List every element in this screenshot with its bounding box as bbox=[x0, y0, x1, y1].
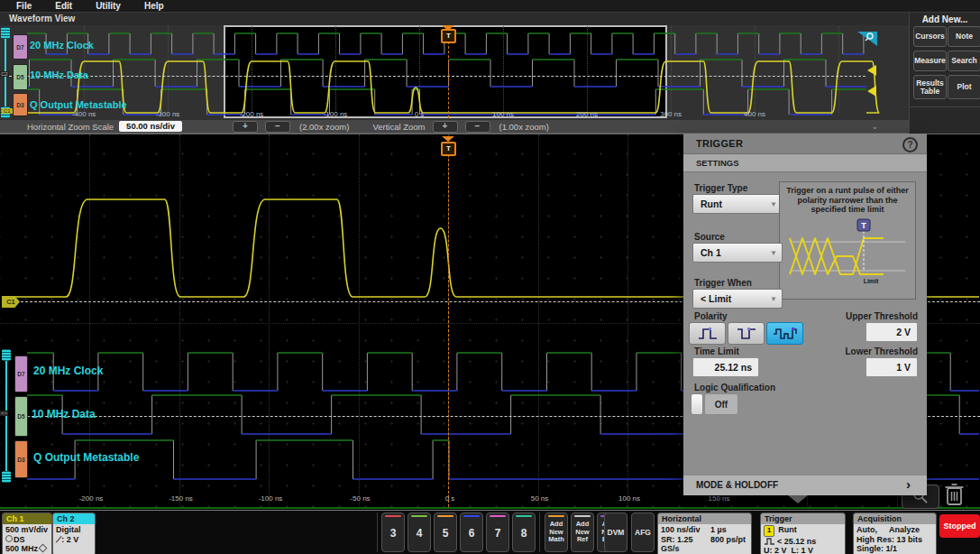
either-runt-icon bbox=[773, 327, 798, 341]
main-d3-badge[interactable]: D3 bbox=[14, 440, 28, 478]
upper-threshold-arrow-icon[interactable] bbox=[867, 65, 876, 76]
trigger-title: Trigger bbox=[761, 513, 845, 524]
source-dropdown[interactable]: Ch 1▼ bbox=[692, 243, 783, 263]
lower-threshold-value[interactable]: 1 V bbox=[866, 357, 918, 377]
overview-c1-marker[interactable]: C1 bbox=[2, 108, 13, 114]
trigger-type-status: Runt bbox=[778, 525, 797, 534]
trigger-panel-header[interactable]: TRIGGER ? bbox=[683, 134, 927, 154]
lower-threshold-arrow-icon[interactable] bbox=[867, 86, 876, 97]
vzoom-plus-button[interactable]: + bbox=[433, 121, 458, 133]
ch1-badge-title: Ch 1 bbox=[3, 513, 51, 524]
hzoom-minus-button[interactable]: − bbox=[265, 121, 290, 133]
add-cursors-button[interactable]: Cursors bbox=[913, 26, 947, 47]
axis-tick-label: 100 ns bbox=[485, 110, 521, 118]
time-limit-value[interactable]: 25.12 ns bbox=[692, 357, 759, 377]
svg-text:Limit: Limit bbox=[864, 278, 879, 284]
hzoom-scale-value[interactable]: 50.00 ns/div bbox=[119, 121, 182, 132]
menu-edit[interactable]: Edit bbox=[55, 1, 72, 11]
trigger-type-dropdown[interactable]: Runt▼ bbox=[692, 194, 783, 214]
dvm-button[interactable]: DVM bbox=[604, 512, 627, 552]
channel-4-button[interactable]: 4 bbox=[408, 512, 431, 552]
add-new-divider bbox=[910, 106, 980, 107]
acq-mode: Auto, bbox=[856, 525, 889, 535]
polarity-negative-button[interactable] bbox=[728, 322, 765, 345]
channel-6-button[interactable]: 6 bbox=[460, 512, 483, 552]
zoom-overview-icon[interactable] bbox=[856, 31, 878, 47]
main-group-grip-bottom-icon[interactable] bbox=[2, 471, 11, 483]
logic-off-button[interactable]: Off bbox=[704, 393, 738, 415]
trigger-when-dropdown[interactable]: < Limit▼ bbox=[692, 289, 783, 309]
waveform-overview[interactable]: C2 C1 D7 D5 D3 20 MHz Clock 10 MHz Data … bbox=[0, 25, 909, 120]
add-button-label: AddNewMath bbox=[545, 521, 567, 544]
overview-d3-badge[interactable]: D3 bbox=[13, 93, 28, 116]
horizontal-status[interactable]: Horizontal 100 ns/div1 µs SR: 1.25 GS/s8… bbox=[657, 512, 752, 554]
vzoom-minus-button[interactable]: − bbox=[465, 121, 490, 133]
add-measure-button[interactable]: Measure bbox=[913, 51, 947, 71]
add-note-button[interactable]: Note bbox=[948, 26, 980, 47]
menu-help[interactable]: Help bbox=[144, 1, 164, 11]
main-expand-marker-icon[interactable]: <> bbox=[0, 411, 8, 416]
overview-q-label: Q Output Metastable bbox=[30, 99, 127, 110]
waveform-view-tab[interactable]: Waveform View bbox=[9, 14, 75, 23]
main-d5-badge[interactable]: D5 bbox=[14, 396, 28, 437]
ch2-badge[interactable]: Ch 2 Digital ⟋: 2 V bbox=[52, 512, 96, 554]
channel-number: 3 bbox=[382, 527, 404, 540]
menu-utility[interactable]: Utility bbox=[96, 1, 121, 11]
main-digital-group-handle[interactable] bbox=[5, 351, 7, 483]
time-limit-label: Time Limit bbox=[694, 346, 739, 356]
add-new-math-button[interactable]: AddNewMath bbox=[545, 512, 568, 552]
logic-toggle-knob[interactable] bbox=[691, 393, 703, 415]
afg-button[interactable]: AFG bbox=[631, 512, 655, 552]
axis-tick-label: -200 ns bbox=[234, 110, 270, 118]
upper-threshold-value[interactable]: 2 V bbox=[866, 322, 918, 342]
acq-analyze: Analyze bbox=[889, 525, 920, 535]
axis-tick-label: -150 ns bbox=[161, 494, 201, 503]
overview-d7-badge[interactable]: D7 bbox=[13, 34, 28, 60]
channel-color-stripe bbox=[463, 515, 480, 517]
overview-group-grip-top-icon[interactable] bbox=[1, 27, 10, 39]
add-results-table-button[interactable]: Results Table bbox=[913, 75, 947, 99]
hzoom-plus-button[interactable]: + bbox=[233, 121, 258, 133]
ch1-scale: 500 mV/div bbox=[5, 525, 49, 535]
upper-threshold-label: Upper Threshold bbox=[819, 311, 918, 321]
channel-3-button[interactable]: 3 bbox=[381, 512, 405, 552]
ch1-badge[interactable]: Ch 1 500 mV/div DS 500 MHz bbox=[2, 512, 52, 554]
help-icon[interactable]: ? bbox=[902, 137, 918, 152]
menu-file[interactable]: File bbox=[16, 1, 32, 11]
overview-trigger-dashed-line bbox=[448, 42, 449, 118]
acquisition-status[interactable]: Acquisition Auto,Analyze High Res: 13 bi… bbox=[853, 512, 937, 554]
channel-number: 7 bbox=[487, 527, 508, 540]
h-scale: 100 ns/div bbox=[661, 525, 710, 535]
trigger-lower-level: L: 1 V bbox=[792, 546, 814, 554]
add-new-ref-button[interactable]: AddNewRef bbox=[571, 512, 594, 552]
trigger-description-text: Trigger on a runt pulse of either polari… bbox=[783, 186, 911, 215]
axis-tick-label: -200 ns bbox=[71, 494, 111, 503]
overview-c2-marker[interactable]: C2 bbox=[0, 71, 9, 77]
add-plot-button[interactable]: Plot bbox=[948, 75, 980, 99]
channel-7-button[interactable]: 7 bbox=[486, 512, 509, 552]
h-window: 1 µs bbox=[710, 525, 727, 535]
add-search-button[interactable]: Search bbox=[948, 51, 980, 71]
main-group-grip-top-icon[interactable] bbox=[2, 349, 11, 361]
oscilloscope-screen: File Edit Utility Help Waveform View C2 … bbox=[0, 0, 980, 554]
overview-d5-badge[interactable]: D5 bbox=[13, 64, 28, 90]
channel-color-stripe bbox=[490, 515, 506, 517]
collapse-chevron-icon[interactable]: ⌄ bbox=[871, 122, 878, 131]
add-color-stripe bbox=[548, 515, 564, 517]
trash-icon[interactable] bbox=[943, 481, 966, 508]
divider bbox=[539, 512, 540, 552]
trigger-status[interactable]: Trigger 1Runt < 25.12 ns U: 2 V L: 1 V bbox=[760, 512, 846, 554]
main-d7-badge[interactable]: D7 bbox=[14, 355, 28, 392]
channel-5-button[interactable]: 5 bbox=[434, 512, 457, 552]
add-button-label: AddNewRef bbox=[572, 521, 593, 544]
settings-section-header: SETTINGS bbox=[683, 154, 927, 172]
polarity-positive-button[interactable] bbox=[689, 322, 726, 345]
channel-color-stripe bbox=[385, 515, 401, 517]
menu-bar: File Edit Utility Help bbox=[0, 0, 980, 13]
mode-holdoff-bar[interactable]: MODE & HOLDOFF › bbox=[683, 475, 927, 495]
stopped-button[interactable]: Stopped bbox=[939, 514, 980, 538]
channel-8-button[interactable]: 8 bbox=[512, 512, 536, 552]
trigger-condition: < 25.12 ns bbox=[777, 537, 816, 546]
polarity-either-button[interactable] bbox=[766, 322, 803, 345]
axis-tick-label: 0 s bbox=[430, 494, 470, 503]
